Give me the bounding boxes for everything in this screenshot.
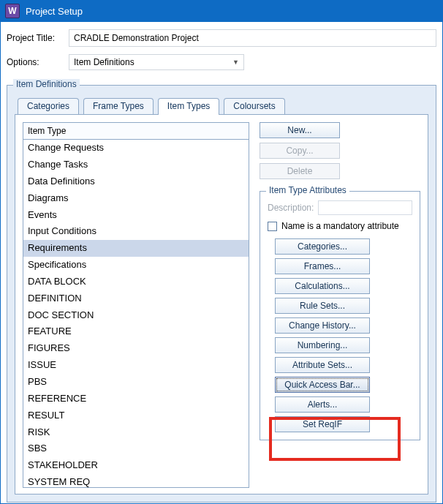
mandatory-label: Name is a mandatory attribute — [281, 221, 399, 231]
delete-button[interactable]: Delete — [260, 163, 340, 179]
options-combo-value: Item Definitions — [74, 57, 135, 67]
attr-group-title: Item Type Attributes — [266, 185, 349, 195]
options-combo[interactable]: Item Definitions ▼ — [69, 54, 244, 70]
tab-frame-types[interactable]: Frame Types — [83, 98, 154, 114]
categories-button[interactable]: Categories... — [275, 238, 370, 255]
list-item[interactable]: Change Tasks — [23, 157, 249, 173]
list-item[interactable]: DEFINITION — [23, 290, 249, 307]
item-type-listbox[interactable]: Item Type Change RequestsChange TasksDat… — [23, 122, 249, 488]
options-label: Options: — [7, 57, 69, 67]
list-item[interactable]: SBS — [23, 440, 249, 457]
chevron-down-icon: ▼ — [232, 59, 239, 66]
list-item[interactable]: DATA BLOCK — [23, 274, 249, 290]
list-item[interactable]: Specifications — [23, 257, 249, 274]
tab-item-types[interactable]: Item Types — [158, 98, 219, 115]
list-item[interactable]: PBS — [23, 374, 249, 391]
list-item[interactable]: REFERENCE — [23, 391, 249, 407]
list-item[interactable]: RISK — [23, 424, 249, 441]
list-item[interactable]: Requirements — [23, 240, 249, 257]
mandatory-checkbox[interactable] — [268, 222, 277, 231]
tabstrip: Categories Frame Types Item Types Colour… — [18, 97, 428, 114]
copy-button[interactable]: Copy... — [260, 143, 340, 159]
quick-access-bar-button[interactable]: Quick Access Bar... — [275, 377, 370, 393]
project-title-input[interactable] — [69, 29, 436, 47]
item-type-attributes-group: Item Type Attributes Description: Name i… — [260, 191, 420, 440]
new-button[interactable]: New... — [260, 122, 340, 138]
item-definitions-group: Item Definitions Categories Frame Types … — [7, 85, 436, 503]
list-item[interactable]: FEATURE — [23, 323, 249, 340]
list-header: Item Type — [23, 123, 249, 140]
rule-sets-button[interactable]: Rule Sets... — [275, 298, 370, 314]
tab-coloursets[interactable]: Coloursets — [224, 98, 284, 114]
list-item[interactable]: Change Requests — [23, 140, 249, 157]
group-title: Item Definitions — [13, 79, 80, 89]
project-title-label: Project Title: — [7, 33, 69, 43]
list-item[interactable]: Data Definitions — [23, 173, 249, 190]
list-item[interactable]: SYSTEM REQ — [23, 474, 249, 488]
tab-page-item-types: Item Type Change RequestsChange TasksDat… — [15, 114, 428, 494]
titlebar: W Project Setup — [1, 0, 442, 22]
description-label: Description: — [268, 203, 314, 213]
tab-categories[interactable]: Categories — [18, 98, 79, 114]
window-title: Project Setup — [26, 6, 83, 17]
list-item[interactable]: DOC SECTION — [23, 307, 249, 324]
frames-button[interactable]: Frames... — [275, 258, 370, 274]
list-item[interactable]: Diagrams — [23, 190, 249, 207]
alerts-button[interactable]: Alerts... — [275, 396, 370, 413]
numbering-button[interactable]: Numbering... — [275, 337, 370, 353]
list-item[interactable]: STAKEHOLDER — [23, 457, 249, 474]
attribute-sets-button[interactable]: Attribute Sets... — [275, 357, 370, 373]
list-item[interactable]: ISSUE — [23, 357, 249, 374]
change-history-button[interactable]: Change History... — [275, 317, 370, 334]
list-item[interactable]: Events — [23, 207, 249, 224]
set-reqif-button[interactable]: Set ReqIF — [275, 416, 370, 432]
top-form: Project Title: Options: Item Definitions… — [1, 22, 442, 82]
list-item[interactable]: Input Conditions — [23, 223, 249, 240]
app-icon: W — [5, 4, 20, 18]
list-item[interactable]: RESULT — [23, 407, 249, 424]
calculations-button[interactable]: Calculations... — [275, 278, 370, 294]
list-item[interactable]: FIGURES — [23, 340, 249, 357]
attr-buttons: Categories... Frames... Calculations... … — [275, 238, 412, 432]
description-input[interactable] — [318, 200, 412, 215]
right-column: New... Copy... Delete Item Type Attribut… — [260, 122, 420, 486]
